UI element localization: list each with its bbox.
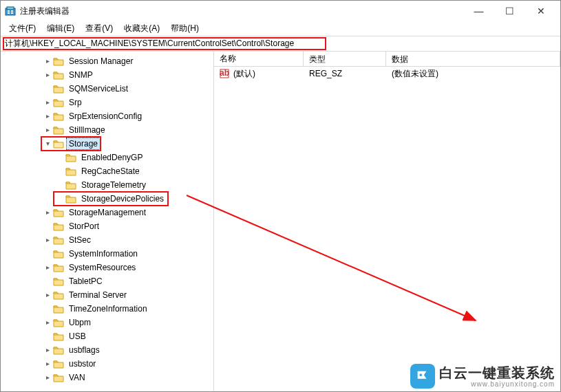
menu-view[interactable]: 查看(V)	[80, 21, 118, 36]
tree-item-srpextensionconfig[interactable]: ▸ SrpExtensionConfig	[1, 109, 213, 123]
tree-item-label: Ubpm	[67, 317, 93, 328]
window-controls: — ☐ ✕	[463, 1, 556, 21]
tree-item-regcachestate[interactable]: RegCacheState	[1, 164, 213, 178]
col-data[interactable]: 数据	[386, 52, 560, 66]
expander-icon[interactable]: ▸	[42, 58, 53, 65]
tree-item-storagemanagement[interactable]: ▸ StorageManagement	[1, 206, 213, 219]
tree-item-label: SystemResources	[67, 262, 138, 273]
tree-item-enableddenygp[interactable]: EnabledDenyGP	[1, 151, 213, 164]
tree-item-label: RegCacheState	[79, 166, 142, 177]
expander-icon[interactable]: ▸	[42, 319, 53, 326]
value-name-cell: ab (默认)	[214, 67, 304, 81]
expander-icon[interactable]: ▸	[42, 360, 53, 367]
regedit-app-icon	[5, 6, 16, 17]
watermark-main: 白云一键重装系统	[439, 365, 555, 380]
expander-icon[interactable]: ▸	[42, 237, 53, 243]
expander-icon[interactable]: ▾	[42, 140, 53, 147]
expander-icon[interactable]: ▸	[42, 99, 53, 106]
menu-edit[interactable]: 编辑(E)	[41, 21, 80, 36]
tree-item-storport[interactable]: StorPort	[1, 219, 213, 233]
expander-icon[interactable]: ▸	[42, 113, 53, 120]
expander-icon[interactable]: ▸	[42, 264, 53, 271]
watermark-logo-icon	[410, 364, 435, 389]
menu-favorites[interactable]: 收藏夹(A)	[118, 21, 165, 36]
list-header: 名称 类型 数据	[214, 52, 560, 67]
tree-item-label: Session Manager	[67, 56, 135, 67]
tree-item-usbflags[interactable]: ▸ usbflags	[1, 343, 213, 357]
tree-item-usb[interactable]: USB	[1, 329, 213, 343]
tree-item-label: SystemInformation	[67, 248, 140, 259]
col-type[interactable]: 类型	[304, 52, 386, 66]
string-value-icon: ab	[220, 69, 229, 78]
tree-item-label: StillImage	[67, 124, 107, 135]
tree-item-snmp[interactable]: ▸ SNMP	[1, 68, 213, 82]
tree-item-tabletpc[interactable]: TabletPC	[1, 274, 213, 288]
expander-icon[interactable]: ▸	[42, 292, 53, 298]
tree-item-timezoneinformation[interactable]: TimeZoneInformation	[1, 302, 213, 316]
tree-item-stsec[interactable]: ▸ StSec	[1, 233, 213, 247]
maximize-button[interactable]: ☐	[494, 1, 525, 21]
tree-item-usbstor[interactable]: ▸ usbstor	[1, 357, 213, 371]
svg-rect-1	[7, 7, 14, 10]
value-list-panel[interactable]: 名称 类型 数据 ab (默认) REG_SZ (数值未设置) 白云一键重装系统…	[214, 52, 560, 392]
svg-rect-2	[8, 10, 10, 12]
value-data-cell: (数值未设置)	[386, 67, 560, 81]
watermark-sub: www.baiyunxitong.com	[439, 380, 555, 388]
main-area: ▸ Session Manager▸ SNMP SQMServiceList▸ …	[1, 52, 560, 392]
svg-text:ab: ab	[220, 69, 229, 78]
close-button[interactable]: ✕	[525, 1, 556, 21]
tree-item-storagedevicepolicies[interactable]: StorageDevicePolicies	[1, 192, 213, 206]
tree-item-label: SQMServiceList	[67, 83, 130, 94]
list-body: ab (默认) REG_SZ (数值未设置)	[214, 67, 560, 80]
svg-rect-3	[11, 10, 13, 12]
svg-rect-5	[11, 12, 13, 14]
tree-item-label: Srp	[67, 97, 84, 108]
tree-item-label: EnabledDenyGP	[79, 152, 145, 163]
list-row[interactable]: ab (默认) REG_SZ (数值未设置)	[214, 67, 560, 80]
col-name[interactable]: 名称	[214, 52, 304, 66]
menu-help[interactable]: 帮助(H)	[165, 21, 204, 36]
address-bar[interactable]: 计算机\HKEY_LOCAL_MACHINE\SYSTEM\CurrentCon…	[1, 36, 560, 52]
expander-icon[interactable]: ▸	[42, 127, 53, 133]
svg-rect-4	[8, 12, 10, 14]
tree-item-label: usbstor	[67, 358, 98, 369]
tree-item-systemresources[interactable]: ▸ SystemResources	[1, 261, 213, 274]
watermark: 白云一键重装系统 www.baiyunxitong.com	[410, 364, 555, 389]
tree-item-srp[interactable]: ▸ Srp	[1, 96, 213, 109]
tree-item-stillimage[interactable]: ▸ StillImage	[1, 123, 213, 137]
menu-bar: 文件(F) 编辑(E) 查看(V) 收藏夹(A) 帮助(H)	[1, 21, 560, 36]
title-bar: 注册表编辑器 — ☐ ✕	[1, 1, 560, 21]
expander-icon[interactable]: ▸	[42, 374, 53, 381]
value-type-cell: REG_SZ	[304, 67, 386, 80]
tree-item-terminal-server[interactable]: ▸ Terminal Server	[1, 288, 213, 302]
tree-item-storage[interactable]: ▾ Storage	[1, 137, 213, 151]
tree-item-label: TimeZoneInformation	[67, 303, 149, 314]
tree-item-label: StorPort	[67, 221, 101, 232]
tree-item-label: TabletPC	[67, 276, 105, 287]
tree-item-label: USB	[67, 331, 88, 342]
tree-item-label: StSec	[67, 235, 93, 246]
tree-item-ubpm[interactable]: ▸ Ubpm	[1, 316, 213, 329]
tree-item-label: Storage	[67, 138, 100, 149]
menu-file[interactable]: 文件(F)	[3, 21, 41, 36]
expander-icon[interactable]: ▸	[42, 72, 53, 78]
svg-point-8	[419, 373, 422, 376]
value-name: (默认)	[233, 68, 255, 80]
tree-item-systeminformation[interactable]: SystemInformation	[1, 247, 213, 261]
tree-item-van[interactable]: ▸ VAN	[1, 371, 213, 384]
expander-icon[interactable]: ▸	[42, 347, 53, 353]
tree-item-session-manager[interactable]: ▸ Session Manager	[1, 54, 213, 68]
tree-item-sqmservicelist[interactable]: SQMServiceList	[1, 82, 213, 96]
tree-item-label: Terminal Server	[67, 290, 129, 301]
expander-icon[interactable]: ▸	[42, 209, 53, 216]
minimize-button[interactable]: —	[463, 1, 494, 21]
tree-panel[interactable]: ▸ Session Manager▸ SNMP SQMServiceList▸ …	[1, 52, 214, 392]
tree-item-label: usbflags	[67, 345, 102, 356]
tree-item-storagetelemetry[interactable]: StorageTelemetry	[1, 178, 213, 192]
tree-item-label: StorageDevicePolicies	[79, 193, 166, 204]
tree-item-label: StorageTelemetry	[79, 179, 148, 190]
address-path: 计算机\HKEY_LOCAL_MACHINE\SYSTEM\CurrentCon…	[5, 38, 294, 50]
tree-item-label: VAN	[67, 372, 87, 383]
window-title: 注册表编辑器	[20, 6, 463, 17]
tree-item-label: SNMP	[67, 69, 95, 80]
